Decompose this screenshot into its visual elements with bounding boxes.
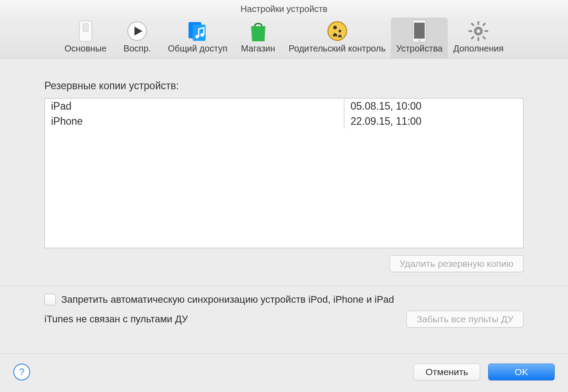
dialog-footer: ? Отменить OK bbox=[0, 353, 568, 392]
backup-device-name: iPhone bbox=[45, 114, 344, 129]
tab-sharing[interactable]: Общий доступ bbox=[162, 18, 233, 58]
tab-label: Магазин bbox=[241, 44, 275, 54]
tab-devices[interactable]: Устройства bbox=[391, 18, 448, 58]
play-icon bbox=[126, 20, 148, 42]
prevent-sync-label: Запретить автоматическую синхронизацию у… bbox=[61, 294, 394, 305]
tab-store[interactable]: Магазин bbox=[233, 18, 284, 58]
svg-point-10 bbox=[339, 30, 341, 32]
backup-date: 22.09.15, 11:00 bbox=[344, 114, 523, 129]
switch-icon bbox=[75, 20, 96, 42]
svg-rect-16 bbox=[477, 37, 479, 41]
devices-pane: Резервные копии устройств: iPad 05.08.15… bbox=[0, 59, 568, 341]
svg-rect-21 bbox=[482, 23, 486, 26]
parental-control-icon bbox=[327, 20, 348, 42]
svg-rect-20 bbox=[482, 36, 486, 40]
svg-point-9 bbox=[333, 26, 337, 29]
tab-label: Родительский контроль bbox=[289, 44, 386, 54]
svg-rect-19 bbox=[471, 23, 474, 26]
shopping-bag-icon bbox=[248, 20, 269, 42]
svg-rect-12 bbox=[414, 23, 425, 39]
remotes-status: iTunes не связан с пультами ДУ bbox=[44, 313, 188, 325]
tab-label: Общий доступ bbox=[168, 44, 227, 54]
svg-rect-17 bbox=[469, 30, 472, 32]
backups-list[interactable]: iPad 05.08.15, 10:00 iPhone 22.09.15, 11… bbox=[44, 98, 524, 248]
tab-advanced[interactable]: Дополнения bbox=[448, 18, 509, 58]
prevent-sync-checkbox[interactable] bbox=[44, 294, 56, 305]
separator bbox=[0, 285, 568, 286]
gear-icon bbox=[468, 20, 489, 42]
backup-device-name: iPad bbox=[45, 99, 344, 114]
svg-point-8 bbox=[328, 22, 347, 40]
svg-rect-18 bbox=[485, 30, 488, 32]
help-button[interactable]: ? bbox=[13, 364, 30, 380]
svg-point-23 bbox=[477, 29, 480, 33]
cancel-button[interactable]: Отменить bbox=[414, 364, 480, 380]
backup-date: 05.08.15, 10:00 bbox=[344, 99, 523, 114]
preferences-toolbar: Основные Воспр. Общий доступ Магазин Род… bbox=[0, 18, 568, 59]
backup-row[interactable]: iPad 05.08.15, 10:00 bbox=[45, 99, 523, 114]
tab-label: Воспр. bbox=[123, 44, 151, 54]
svg-rect-1 bbox=[83, 24, 88, 32]
forget-remotes-button[interactable]: Забыть все пульты ДУ bbox=[406, 311, 524, 328]
tab-parental[interactable]: Родительский контроль bbox=[284, 18, 391, 58]
tab-label: Основные bbox=[64, 44, 106, 54]
window-title: Настройки устройств bbox=[0, 0, 568, 18]
svg-rect-22 bbox=[471, 36, 474, 40]
tab-label: Устройства bbox=[396, 44, 443, 54]
music-sharing-icon bbox=[187, 20, 208, 42]
tab-general[interactable]: Основные bbox=[59, 18, 112, 58]
backup-row[interactable]: iPhone 22.09.15, 11:00 bbox=[45, 114, 523, 129]
delete-backup-button[interactable]: Удалить резервную копию bbox=[390, 255, 524, 272]
tab-playback[interactable]: Воспр. bbox=[112, 18, 162, 58]
backups-heading: Резервные копии устройств: bbox=[44, 80, 568, 92]
svg-rect-15 bbox=[477, 21, 479, 25]
tab-label: Дополнения bbox=[453, 44, 503, 54]
prevent-sync-row[interactable]: Запретить автоматическую синхронизацию у… bbox=[44, 294, 524, 305]
svg-point-13 bbox=[418, 40, 421, 42]
ok-button[interactable]: OK bbox=[488, 364, 555, 380]
device-icon bbox=[409, 20, 430, 42]
